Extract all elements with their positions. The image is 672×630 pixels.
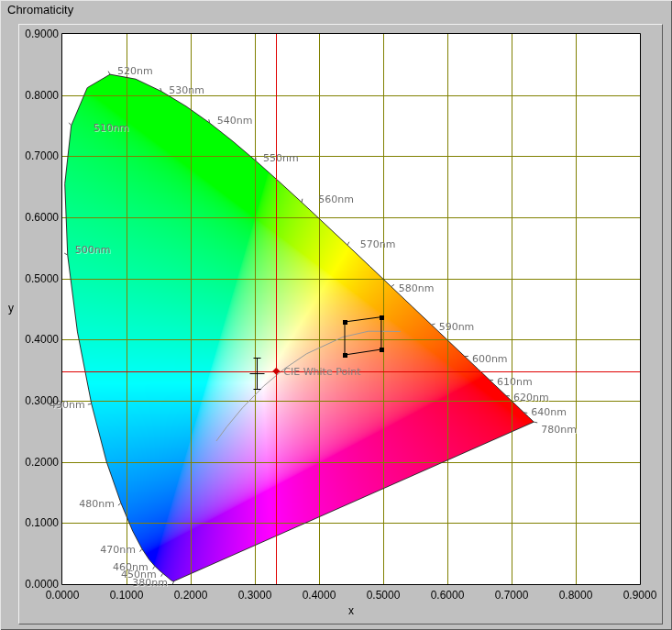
window-title: Chromaticity [7,3,73,17]
y-tick-label: 0.6000 [17,211,59,224]
x-tick-label: 0.5000 [367,589,401,602]
y-tick-label: 0.4000 [17,333,59,346]
chromaticity-window: Chromaticity y x 0.00000.10000.20000.300… [0,0,672,630]
y-tick-label: 0.0000 [17,578,59,591]
y-tick-label: 0.3000 [17,394,59,407]
x-tick-label: 0.1000 [110,589,144,602]
y-tick-label: 0.9000 [17,28,59,40]
x-tick-label: 0.4000 [303,589,336,602]
x-tick-label: 0.8000 [559,589,593,602]
x-tick-label: 0.0000 [46,589,80,602]
x-axis-label: x [348,604,354,617]
chromaticity-diagram-canvas[interactable] [0,0,672,630]
x-tick-label: 0.3000 [238,589,272,602]
y-tick-label: 0.5000 [17,272,59,285]
x-tick-label: 0.2000 [174,589,208,602]
x-tick-label: 0.9000 [623,589,657,602]
y-tick-label: 0.8000 [17,89,59,102]
y-tick-label: 0.1000 [17,516,59,529]
y-tick-label: 0.2000 [17,456,59,469]
y-axis-label: y [8,302,14,315]
y-tick-label: 0.7000 [17,149,59,162]
x-tick-label: 0.6000 [431,589,465,602]
x-tick-label: 0.7000 [495,589,529,602]
